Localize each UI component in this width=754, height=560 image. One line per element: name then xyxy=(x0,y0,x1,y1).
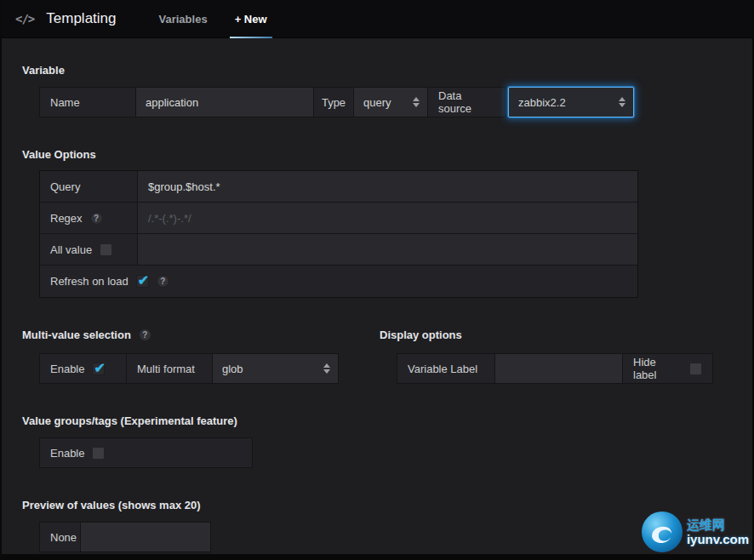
multi-value-heading: Multi-value selection xyxy=(22,329,380,341)
regex-row: Regex xyxy=(40,203,637,234)
multi-value-help-icon[interactable] xyxy=(139,329,151,341)
multi-enable-checkbox[interactable] xyxy=(92,363,105,375)
all-value-row: All value xyxy=(40,234,637,266)
variable-row: Name Type query Data source zabbix2.2 xyxy=(39,87,732,117)
display-options-column: Display options Variable Label Hide labe… xyxy=(380,329,732,384)
multi-format-select-value: glob xyxy=(222,363,243,375)
all-value-input[interactable] xyxy=(137,234,637,265)
all-value-checkbox[interactable] xyxy=(100,243,112,256)
tab-bar: Variables + New xyxy=(146,0,281,38)
select-caret-icon xyxy=(619,97,625,107)
value-groups-heading: Value groups/tags (Experimental feature) xyxy=(22,414,732,427)
templating-screen: </> Templating Variables + New Variable … xyxy=(0,0,754,560)
preview-heading: Preview of values (shows max 20) xyxy=(22,499,732,511)
watermark-logo-icon xyxy=(641,511,683,553)
multi-value-column: Multi-value selection Enable Multi forma… xyxy=(22,329,380,384)
refresh-label-text: Refresh on load xyxy=(50,275,129,288)
value-groups-enable-label: Enable xyxy=(39,437,253,468)
variable-heading: Variable xyxy=(22,64,732,77)
watermark: 运维网 iyunv.com xyxy=(641,511,749,553)
value-options-heading: Value Options xyxy=(22,148,732,161)
multi-value-heading-text: Multi-value selection xyxy=(22,329,131,341)
type-select[interactable]: query xyxy=(353,87,428,117)
bottom-edge xyxy=(2,554,752,560)
select-caret-icon xyxy=(323,363,330,374)
variable-label-label: Variable Label xyxy=(397,353,495,384)
preview-none-label: None xyxy=(39,522,81,552)
options-columns: Multi-value selection Enable Multi forma… xyxy=(22,329,732,384)
refresh-row: Refresh on load xyxy=(40,266,637,297)
select-caret-icon xyxy=(413,97,420,107)
preview-input[interactable] xyxy=(80,522,211,552)
regex-label: Regex xyxy=(40,203,137,233)
code-brackets-icon: </> xyxy=(15,12,34,26)
watermark-line1: 运维网 xyxy=(687,517,749,532)
value-options-table: Query Regex All value Refresh on l xyxy=(39,170,638,298)
query-row: Query xyxy=(40,171,637,203)
enable-label: Enable xyxy=(39,353,127,384)
preview-row: None xyxy=(39,522,732,552)
tab-variables[interactable]: Variables xyxy=(146,0,221,38)
datasource-label: Data source xyxy=(427,87,506,117)
hide-label-checkbox[interactable] xyxy=(689,363,702,375)
main-content: Variable Name Type query Data source zab… xyxy=(2,64,752,552)
refresh-checkbox[interactable] xyxy=(136,275,149,288)
tab-new[interactable]: + New xyxy=(221,0,281,38)
name-input[interactable] xyxy=(135,87,314,117)
multi-format-label: Multi format xyxy=(126,353,213,384)
multi-format-select[interactable]: glob xyxy=(212,353,339,384)
multi-value-row: Enable Multi format glob xyxy=(39,353,380,384)
datasource-select[interactable]: zabbix2.2 xyxy=(508,87,634,117)
display-options-row: Variable Label Hide label xyxy=(397,353,732,384)
all-value-label: All value xyxy=(40,234,137,265)
refresh-label: Refresh on load xyxy=(40,266,637,297)
all-value-label-text: All value xyxy=(50,243,92,256)
display-options-heading: Display options xyxy=(380,329,732,341)
hide-label-label: Hide label xyxy=(622,353,713,384)
value-groups-enable-checkbox[interactable] xyxy=(92,447,105,460)
variable-label-input[interactable] xyxy=(494,353,623,384)
type-select-value: query xyxy=(363,96,391,109)
query-input[interactable] xyxy=(137,171,637,202)
regex-input[interactable] xyxy=(137,203,637,233)
name-label: Name xyxy=(39,87,136,117)
watermark-text: 运维网 iyunv.com xyxy=(687,517,749,547)
refresh-help-icon[interactable] xyxy=(157,275,169,288)
hide-label-text: Hide label xyxy=(633,356,682,381)
regex-label-text: Regex xyxy=(50,212,83,225)
value-groups-row: Enable xyxy=(39,437,732,468)
datasource-select-value: zabbix2.2 xyxy=(518,96,566,109)
top-bar: </> Templating Variables + New xyxy=(2,0,752,38)
enable-label-text: Enable xyxy=(50,363,84,375)
page-title: Templating xyxy=(46,10,116,27)
query-label: Query xyxy=(40,171,137,202)
type-label: Type xyxy=(313,87,354,117)
watermark-line2: iyunv.com xyxy=(687,532,749,546)
regex-help-icon[interactable] xyxy=(90,212,103,225)
value-groups-enable-text: Enable xyxy=(50,447,84,460)
